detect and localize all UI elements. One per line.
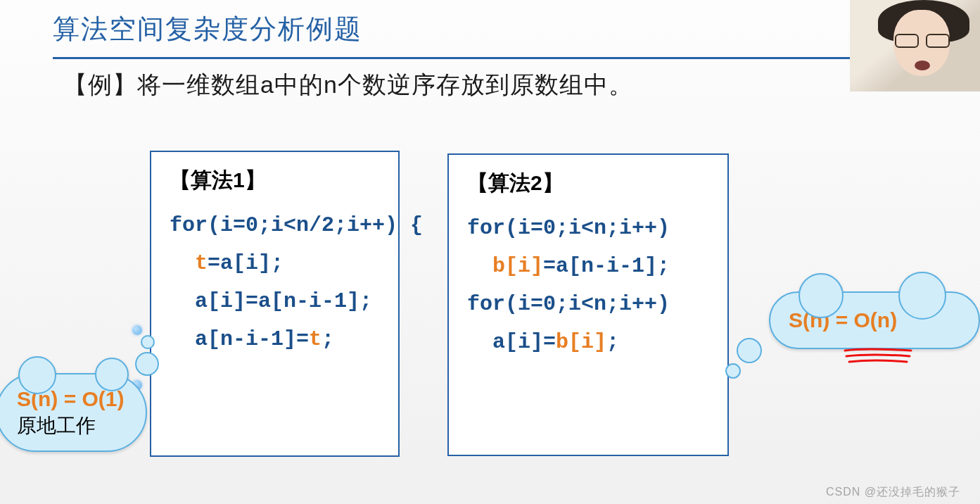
algo2-line2: b[i]=a[n-i-1]; xyxy=(467,247,709,285)
cloud-body: S(n) = O(n) xyxy=(769,291,980,349)
cloud-right-formula: S(n) = O(n) xyxy=(789,308,960,332)
algo2-var-b2: b[i] xyxy=(556,330,606,354)
algo1-line3: a[i]=a[n-i-1]; xyxy=(170,282,380,320)
algo2-line4: a[i]=b[i]; xyxy=(467,323,709,361)
title-underline xyxy=(53,57,916,59)
cloud-bubble-right: S(n) = O(n) xyxy=(769,291,980,349)
cloud-left-formula: S(n) = O(1) xyxy=(17,387,126,411)
algo2-var-b: b[i] xyxy=(492,254,543,278)
algo1-line4: a[n-i-1]=t; xyxy=(170,320,380,358)
algo2-line2-rest: =a[n-i-1]; xyxy=(543,254,670,278)
algo2-line1: for(i=0;i<n;i++) xyxy=(467,209,709,247)
algorithm-1-box: 【算法1】 for(i=0;i<n/2;i++) { t=a[i]; a[i]=… xyxy=(150,151,400,457)
algo2-line4-pre: a[i]= xyxy=(492,330,556,354)
cloud-left-note: 原地工作 xyxy=(17,412,126,439)
algo1-line4-post: ; xyxy=(322,327,334,351)
red-underline-annotation xyxy=(844,346,914,367)
cloud-puff-icon xyxy=(725,363,741,379)
cloud-puff-icon xyxy=(135,352,159,376)
algo1-var-t2: t xyxy=(309,327,322,351)
algorithm-2-box: 【算法2】 for(i=0;i<n;i++) b[i]=a[n-i-1]; fo… xyxy=(447,153,729,456)
algo2-line3: for(i=0;i<n;i++) xyxy=(467,285,709,323)
page-title: 算法空间复杂度分析例题 xyxy=(53,11,952,47)
watermark: CSDN @还没掉毛的猴子 xyxy=(826,485,960,500)
title-bar: 算法空间复杂度分析例题 xyxy=(53,11,952,59)
cloud-body: S(n) = O(1) 原地工作 xyxy=(0,373,147,452)
cloud-bubble-left: S(n) = O(1) 原地工作 xyxy=(0,373,147,452)
algo2-line4-post: ; xyxy=(606,330,619,354)
presenter-webcam xyxy=(850,0,980,92)
algo1-header: 【算法1】 xyxy=(170,166,380,195)
algo1-line2-rest: =a[i]; xyxy=(208,251,284,275)
glasses-icon xyxy=(895,34,950,46)
algo1-line4-pre: a[n-i-1]= xyxy=(195,327,309,351)
cloud-puff-icon xyxy=(141,335,155,349)
algo1-line2: t=a[i]; xyxy=(170,244,380,282)
cloud-puff-icon xyxy=(737,338,762,363)
algo1-var-t: t xyxy=(195,251,208,275)
avatar-mouth xyxy=(915,61,930,70)
example-statement: 【例】将一维数组a中的n个数逆序存放到原数组中。 xyxy=(63,69,633,101)
bullet-icon xyxy=(132,325,142,335)
algo2-header: 【算法2】 xyxy=(467,169,709,198)
algo1-line1: for(i=0;i<n/2;i++) { xyxy=(170,206,380,244)
